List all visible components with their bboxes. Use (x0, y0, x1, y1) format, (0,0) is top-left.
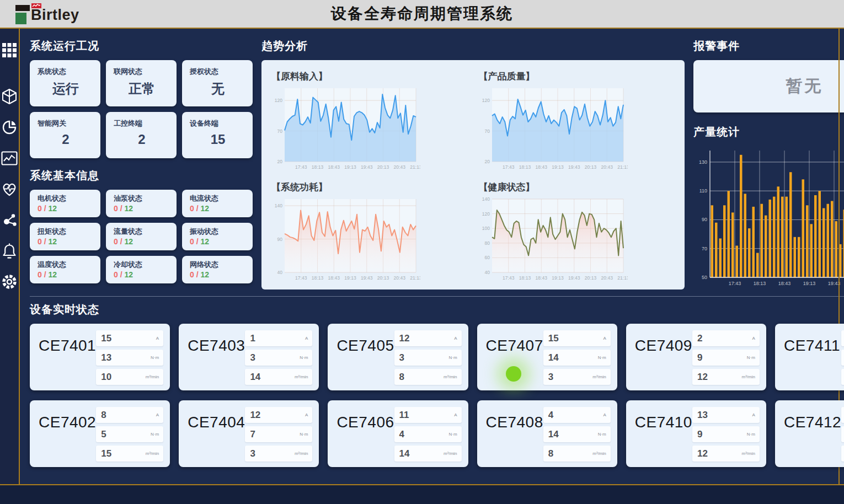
device-reading-row: 11 m³/min (841, 369, 844, 385)
svg-text:90: 90 (702, 217, 707, 222)
status-card-value: 无 (190, 80, 246, 98)
svg-text:20:43: 20:43 (394, 164, 406, 170)
info-card: 电机状态 0 / 12 (30, 190, 100, 217)
info-card-label: 油泵状态 (114, 194, 171, 203)
status-card: 工控终端 2 (106, 112, 177, 158)
device-reading-value: 3 (548, 372, 553, 383)
device-reading-unit: N·m (598, 432, 606, 437)
device-reading-row: 15 A (96, 330, 163, 346)
info-card: 网络状态 0 / 12 (182, 256, 253, 283)
gear-icon (1, 274, 18, 290)
device-reading-value: 9 (697, 352, 702, 363)
info-card: 冷却状态 0 / 12 (106, 256, 177, 283)
device-name: CE7410 (635, 414, 692, 462)
sidebar-item-network[interactable] (0, 211, 19, 229)
info-card-value: 0 / 12 (190, 204, 247, 213)
device-reading-value: 4 (399, 429, 404, 440)
device-reading-unit: m³/min (444, 374, 457, 379)
info-card-label: 振动状态 (190, 227, 247, 237)
info-card-label: 流量状态 (114, 227, 171, 237)
device-reading-unit: N·m (300, 432, 308, 437)
svg-text:20:43: 20:43 (601, 275, 613, 281)
device-reading-unit: A (156, 336, 159, 341)
device-reading-row: 10 m³/min (841, 446, 844, 462)
device-reading-value: 8 (101, 410, 106, 421)
svg-text:18:13: 18:13 (519, 164, 531, 170)
device-name: CE7402 (39, 414, 96, 462)
device-reading-unit: m³/min (146, 374, 159, 379)
device-reading-row: 15 m³/min (96, 446, 163, 462)
trend-panel: 【原料输入】207012017:4318:1318:4319:1319:4320… (261, 60, 685, 289)
device-card[interactable]: CE7407 15 A 14 N·m 3 m³/min (477, 324, 617, 390)
device-card[interactable]: CE7405 12 A 3 N·m 8 m³/min (328, 324, 468, 390)
trend-chart-title: 【系统功耗】 (271, 181, 469, 194)
info-card-value: 0 / 12 (38, 237, 95, 246)
info-card-label: 冷却状态 (114, 260, 171, 270)
system-status-cards: 系统状态 运行 联网状态 正常 授权状态 无 智能网关 2 工控终端 2 设备终… (30, 60, 253, 158)
device-reading-row: 15 A (543, 330, 611, 346)
device-reading-row: 14 m³/min (245, 369, 312, 385)
device-reading-value: 15 (548, 333, 559, 344)
svg-text:18:43: 18:43 (535, 164, 547, 170)
devices-grid: CE7401 15 A 13 N·m 10 m³/min CE7403 1 A … (30, 324, 844, 467)
info-card-value: 0 / 12 (114, 237, 171, 246)
device-reading-row: 11 A (394, 407, 462, 423)
device-card[interactable]: CE7404 12 A 7 N·m 3 m³/min (179, 400, 319, 467)
sidebar-item-apps[interactable] (0, 41, 19, 60)
device-reading-value: 4 (548, 410, 553, 421)
device-reading-value: 13 (697, 410, 708, 421)
device-name: CE7404 (188, 414, 245, 462)
sidebar-item-trend[interactable] (0, 149, 19, 168)
status-card: 设备终端 15 (182, 112, 253, 158)
network-nodes-icon (2, 212, 17, 228)
device-running-indicator (506, 366, 521, 382)
device-reading-unit: A (454, 336, 457, 341)
svg-text:20:13: 20:13 (377, 164, 389, 170)
info-card: 流量状态 0 / 12 (106, 223, 177, 250)
device-reading-unit: m³/min (444, 451, 457, 456)
svg-text:19:43: 19:43 (568, 275, 580, 281)
device-card[interactable]: CE7403 1 A 3 N·m 14 m³/min (179, 324, 319, 390)
sidebar-item-health[interactable] (0, 180, 19, 199)
sidebar-item-alarm[interactable] (0, 242, 19, 260)
device-card[interactable]: CE7408 4 A 14 N·m 8 m³/min (477, 400, 617, 467)
svg-text:17:43: 17:43 (295, 164, 307, 170)
trend-chart-plot: 40608010012014017:4318:1318:4319:1319:43… (478, 195, 676, 284)
svg-text:21:13: 21:13 (410, 275, 420, 281)
device-card[interactable]: CE7412 6 A 15 N·m 10 m³/min (775, 400, 844, 467)
sidebar-item-statistics[interactable] (0, 118, 19, 137)
device-reading-unit: A (603, 336, 606, 341)
device-card[interactable]: CE7401 15 A 13 N·m 10 m³/min (30, 324, 170, 390)
status-card-label: 授权状态 (190, 67, 246, 77)
device-reading-value: 15 (101, 448, 111, 459)
info-card-label: 扭矩状态 (38, 227, 95, 237)
alarm-empty-card: 暂无 (693, 60, 844, 112)
sidebar-item-model[interactable] (0, 87, 19, 106)
device-card[interactable]: CE7406 11 A 4 N·m 14 m³/min (328, 400, 468, 467)
device-card[interactable]: CE7410 13 A 9 N·m 12 m³/min (626, 400, 766, 467)
svg-text:21:13: 21:13 (617, 164, 628, 170)
info-card: 油泵状态 0 / 12 (106, 190, 177, 217)
info-card-value: 0 / 12 (38, 204, 95, 213)
device-reading-unit: N·m (598, 355, 606, 360)
device-reading-unit: A (752, 336, 755, 341)
device-readings: 1 A 3 N·m 14 m³/min (245, 330, 312, 385)
device-reading-value: 7 (250, 429, 255, 440)
device-card[interactable]: CE7411 10 A 15 N·m 11 m³/min (775, 324, 844, 390)
info-card-value: 0 / 12 (190, 270, 247, 279)
device-reading-unit: A (603, 412, 606, 417)
status-card-label: 系统状态 (38, 67, 94, 77)
device-readings: 15 A 13 N·m 10 m³/min (96, 330, 163, 385)
device-reading-row: 4 N·m (394, 426, 462, 442)
device-card[interactable]: CE7409 2 A 9 N·m 12 m³/min (626, 324, 766, 390)
trend-chart-product-quality: 【产品质量】207012017:4318:1318:4319:1319:4320… (478, 67, 676, 173)
device-reading-row: 7 N·m (245, 426, 312, 442)
device-reading-value: 12 (399, 333, 410, 344)
device-card[interactable]: CE7402 8 A 5 N·m 15 m³/min (30, 400, 170, 467)
svg-text:18:43: 18:43 (535, 275, 547, 281)
device-reading-unit: m³/min (592, 451, 606, 456)
device-reading-row: 9 N·m (692, 350, 760, 366)
device-reading-value: 10 (101, 372, 111, 383)
sidebar-item-settings[interactable] (0, 272, 19, 291)
device-reading-value: 15 (101, 333, 111, 344)
